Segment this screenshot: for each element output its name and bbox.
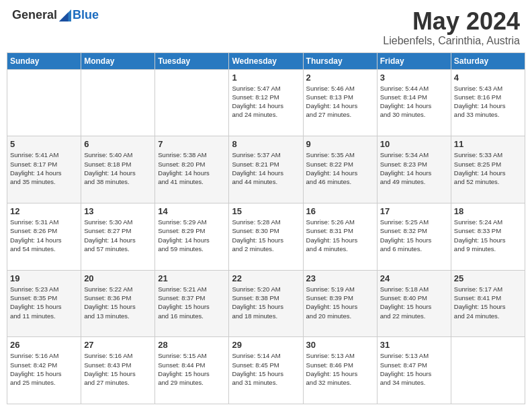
- day-number: 9: [306, 139, 374, 149]
- calendar-cell: [451, 337, 525, 404]
- calendar-week-row: 1Sunrise: 5:47 AM Sunset: 8:12 PM Daylig…: [7, 69, 525, 136]
- day-info: Sunrise: 5:26 AM Sunset: 8:31 PM Dayligh…: [306, 218, 374, 253]
- day-number: 15: [232, 206, 300, 216]
- calendar-cell: 14Sunrise: 5:29 AM Sunset: 8:29 PM Dayli…: [155, 203, 229, 270]
- day-number: 4: [454, 73, 522, 83]
- day-number: 17: [380, 206, 448, 216]
- calendar-header-cell-tuesday: Tuesday: [155, 52, 229, 69]
- header: General Blue May 2024 Liebenfels, Carint…: [0, 0, 532, 52]
- svg-marker-1: [59, 12, 69, 21]
- calendar-cell: 5Sunrise: 5:41 AM Sunset: 8:17 PM Daylig…: [7, 136, 81, 203]
- day-number: 7: [158, 139, 226, 149]
- calendar-week-row: 5Sunrise: 5:41 AM Sunset: 8:17 PM Daylig…: [7, 136, 525, 203]
- day-info: Sunrise: 5:16 AM Sunset: 8:42 PM Dayligh…: [10, 351, 78, 387]
- day-info: Sunrise: 5:47 AM Sunset: 8:12 PM Dayligh…: [232, 84, 300, 120]
- day-info: Sunrise: 5:23 AM Sunset: 8:35 PM Dayligh…: [10, 285, 78, 320]
- calendar-cell: 25Sunrise: 5:17 AM Sunset: 8:41 PM Dayli…: [451, 270, 525, 337]
- calendar-cell: 8Sunrise: 5:37 AM Sunset: 8:21 PM Daylig…: [229, 136, 303, 203]
- day-info: Sunrise: 5:28 AM Sunset: 8:30 PM Dayligh…: [232, 218, 300, 253]
- calendar-cell: 27Sunrise: 5:16 AM Sunset: 8:43 PM Dayli…: [81, 337, 155, 404]
- day-number: 24: [380, 273, 448, 283]
- calendar-cell: 4Sunrise: 5:43 AM Sunset: 8:16 PM Daylig…: [451, 69, 525, 136]
- day-number: 18: [454, 206, 522, 216]
- title-block: May 2024 Liebenfels, Carinthia, Austria: [383, 8, 520, 47]
- day-number: 5: [10, 139, 78, 149]
- day-number: 27: [84, 340, 152, 350]
- day-info: Sunrise: 5:17 AM Sunset: 8:41 PM Dayligh…: [454, 285, 522, 320]
- calendar-cell: 10Sunrise: 5:34 AM Sunset: 8:23 PM Dayli…: [377, 136, 451, 203]
- calendar-week-row: 12Sunrise: 5:31 AM Sunset: 8:26 PM Dayli…: [7, 203, 525, 270]
- calendar-cell: [7, 69, 81, 136]
- day-info: Sunrise: 5:18 AM Sunset: 8:40 PM Dayligh…: [380, 285, 448, 320]
- calendar-cell: 9Sunrise: 5:35 AM Sunset: 8:22 PM Daylig…: [303, 136, 377, 203]
- day-number: 13: [84, 206, 152, 216]
- calendar-cell: 28Sunrise: 5:15 AM Sunset: 8:44 PM Dayli…: [155, 337, 229, 404]
- day-info: Sunrise: 5:37 AM Sunset: 8:21 PM Dayligh…: [232, 150, 300, 186]
- day-number: 6: [84, 139, 152, 149]
- logo: General Blue: [12, 8, 99, 22]
- calendar-header-cell-friday: Friday: [377, 52, 451, 69]
- day-info: Sunrise: 5:34 AM Sunset: 8:23 PM Dayligh…: [380, 150, 448, 186]
- day-info: Sunrise: 5:38 AM Sunset: 8:20 PM Dayligh…: [158, 150, 226, 186]
- day-info: Sunrise: 5:29 AM Sunset: 8:29 PM Dayligh…: [158, 218, 226, 253]
- day-info: Sunrise: 5:31 AM Sunset: 8:26 PM Dayligh…: [10, 218, 78, 253]
- calendar-week-row: 19Sunrise: 5:23 AM Sunset: 8:35 PM Dayli…: [7, 270, 525, 337]
- logo-general-text: General: [12, 8, 57, 22]
- logo-blue-text: Blue: [73, 8, 99, 22]
- calendar-cell: 20Sunrise: 5:22 AM Sunset: 8:36 PM Dayli…: [81, 270, 155, 337]
- day-number: 11: [454, 139, 522, 149]
- day-number: 29: [232, 340, 300, 350]
- calendar-cell: 19Sunrise: 5:23 AM Sunset: 8:35 PM Dayli…: [7, 270, 81, 337]
- day-info: Sunrise: 5:22 AM Sunset: 8:36 PM Dayligh…: [84, 285, 152, 320]
- calendar-table: SundayMondayTuesdayWednesdayThursdayFrid…: [7, 52, 525, 404]
- calendar-header-cell-wednesday: Wednesday: [229, 52, 303, 69]
- calendar-cell: 16Sunrise: 5:26 AM Sunset: 8:31 PM Dayli…: [303, 203, 377, 270]
- calendar-cell: 12Sunrise: 5:31 AM Sunset: 8:26 PM Dayli…: [7, 203, 81, 270]
- day-number: 23: [306, 273, 374, 283]
- day-number: 25: [454, 273, 522, 283]
- calendar-header-row: SundayMondayTuesdayWednesdayThursdayFrid…: [7, 52, 525, 69]
- day-number: 19: [10, 273, 78, 283]
- logo-icon: [59, 9, 71, 21]
- day-number: 22: [232, 273, 300, 283]
- calendar-header-cell-monday: Monday: [81, 52, 155, 69]
- day-number: 26: [10, 340, 78, 350]
- calendar-cell: 17Sunrise: 5:25 AM Sunset: 8:32 PM Dayli…: [377, 203, 451, 270]
- page: General Blue May 2024 Liebenfels, Carint…: [0, 0, 532, 411]
- day-number: 31: [380, 340, 448, 350]
- calendar-cell: 13Sunrise: 5:30 AM Sunset: 8:27 PM Dayli…: [81, 203, 155, 270]
- day-info: Sunrise: 5:44 AM Sunset: 8:14 PM Dayligh…: [380, 84, 448, 120]
- calendar-cell: 1Sunrise: 5:47 AM Sunset: 8:12 PM Daylig…: [229, 69, 303, 136]
- day-info: Sunrise: 5:25 AM Sunset: 8:32 PM Dayligh…: [380, 218, 448, 253]
- day-number: 14: [158, 206, 226, 216]
- day-info: Sunrise: 5:40 AM Sunset: 8:18 PM Dayligh…: [84, 150, 152, 186]
- calendar-cell: [155, 69, 229, 136]
- calendar-cell: 29Sunrise: 5:14 AM Sunset: 8:45 PM Dayli…: [229, 337, 303, 404]
- day-number: 12: [10, 206, 78, 216]
- day-info: Sunrise: 5:14 AM Sunset: 8:45 PM Dayligh…: [232, 351, 300, 387]
- day-info: Sunrise: 5:35 AM Sunset: 8:22 PM Dayligh…: [306, 150, 374, 186]
- day-info: Sunrise: 5:21 AM Sunset: 8:37 PM Dayligh…: [158, 285, 226, 320]
- day-info: Sunrise: 5:13 AM Sunset: 8:47 PM Dayligh…: [380, 351, 448, 387]
- calendar-header-cell-sunday: Sunday: [7, 52, 81, 69]
- calendar-cell: 22Sunrise: 5:20 AM Sunset: 8:38 PM Dayli…: [229, 270, 303, 337]
- calendar-cell: 31Sunrise: 5:13 AM Sunset: 8:47 PM Dayli…: [377, 337, 451, 404]
- day-info: Sunrise: 5:15 AM Sunset: 8:44 PM Dayligh…: [158, 351, 226, 387]
- day-info: Sunrise: 5:20 AM Sunset: 8:38 PM Dayligh…: [232, 285, 300, 320]
- day-number: 10: [380, 139, 448, 149]
- subtitle: Liebenfels, Carinthia, Austria: [383, 35, 520, 47]
- calendar-cell: 18Sunrise: 5:24 AM Sunset: 8:33 PM Dayli…: [451, 203, 525, 270]
- calendar-header-cell-thursday: Thursday: [303, 52, 377, 69]
- day-info: Sunrise: 5:46 AM Sunset: 8:13 PM Dayligh…: [306, 84, 374, 120]
- day-number: 8: [232, 139, 300, 149]
- calendar-cell: 26Sunrise: 5:16 AM Sunset: 8:42 PM Dayli…: [7, 337, 81, 404]
- calendar-cell: 11Sunrise: 5:33 AM Sunset: 8:25 PM Dayli…: [451, 136, 525, 203]
- calendar-cell: 6Sunrise: 5:40 AM Sunset: 8:18 PM Daylig…: [81, 136, 155, 203]
- day-number: 16: [306, 206, 374, 216]
- day-info: Sunrise: 5:33 AM Sunset: 8:25 PM Dayligh…: [454, 150, 522, 186]
- calendar-cell: 3Sunrise: 5:44 AM Sunset: 8:14 PM Daylig…: [377, 69, 451, 136]
- day-number: 28: [158, 340, 226, 350]
- day-info: Sunrise: 5:13 AM Sunset: 8:46 PM Dayligh…: [306, 351, 374, 387]
- day-number: 1: [232, 73, 300, 83]
- calendar-week-row: 26Sunrise: 5:16 AM Sunset: 8:42 PM Dayli…: [7, 337, 525, 404]
